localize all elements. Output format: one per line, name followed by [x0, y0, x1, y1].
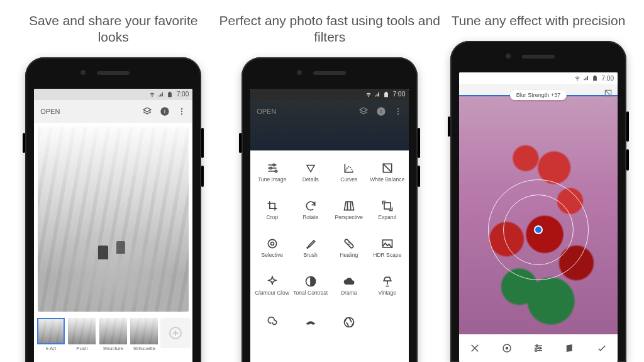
mustache-icon	[304, 316, 317, 329]
svg-rect-15	[384, 203, 391, 209]
layers-icon[interactable]	[142, 106, 152, 116]
svg-point-11	[273, 164, 275, 166]
tool-label: Brush	[304, 252, 318, 258]
tool-rotate[interactable]: Rotate	[291, 192, 330, 229]
open-button[interactable]: OPEN	[257, 108, 276, 115]
adjust-button[interactable]	[530, 339, 547, 357]
status-time: 7:00	[177, 91, 189, 98]
cancel-button[interactable]	[466, 339, 484, 357]
tool-brush[interactable]: Brush	[291, 230, 330, 266]
top-bar: OPEN i	[34, 100, 192, 123]
curves-icon	[343, 162, 355, 174]
info-icon[interactable]: i	[160, 106, 170, 116]
add-look-button[interactable]	[161, 318, 190, 353]
overflow-icon[interactable]	[177, 106, 186, 116]
contrast-icon	[304, 275, 317, 288]
overflow-icon[interactable]	[394, 106, 402, 116]
svg-point-4	[181, 113, 182, 114]
wifi-icon	[365, 91, 372, 98]
panel-tools: Perfect any photo fast using tools and f…	[209, 13, 450, 362]
tool-curves[interactable]: Curves	[330, 154, 368, 191]
tool-label: Selective	[261, 252, 283, 258]
tool-label: Details	[303, 177, 319, 183]
battery-icon	[383, 91, 389, 98]
tool-perspective[interactable]: Perspective	[330, 192, 368, 229]
tool-crop[interactable]: Crop	[253, 192, 291, 229]
tool-healing[interactable]: Healing	[330, 230, 368, 266]
open-button[interactable]: OPEN	[40, 108, 60, 115]
tool-vintage[interactable]: Vintage	[368, 268, 406, 304]
cloud-icon	[343, 275, 355, 288]
edit-toolbar	[459, 334, 618, 362]
tool-white-balance[interactable]: White Balance	[368, 154, 406, 191]
tool-drama[interactable]: Drama	[330, 268, 368, 304]
tool-selective[interactable]: Selective	[253, 230, 291, 266]
tool-hdr-scape[interactable]: HDR Scape	[368, 230, 406, 266]
panel-precision: Tune any effect with precision 7:00 Blur…	[450, 13, 626, 362]
battery-icon	[167, 91, 173, 98]
tool-label: HDR Scape	[373, 252, 401, 258]
invert-button[interactable]	[561, 339, 579, 357]
spiral-icon	[266, 316, 279, 329]
whitebalance-icon	[381, 162, 394, 174]
tool-label: Perspective	[335, 215, 363, 220]
apply-button[interactable]	[593, 339, 611, 357]
tool-extra-1[interactable]	[253, 305, 291, 342]
info-icon[interactable]: i	[376, 106, 386, 116]
svg-point-13	[275, 170, 277, 172]
looks-strip: e Art Push Structure Silhouette	[34, 315, 192, 354]
lamp-icon	[381, 275, 394, 288]
bandage-icon	[343, 237, 355, 250]
svg-point-27	[535, 349, 537, 351]
status-time: 7:00	[393, 91, 405, 98]
expand-icon	[381, 200, 394, 212]
landscape-icon	[381, 237, 394, 250]
main-photo[interactable]	[38, 127, 189, 312]
tool-label: Vintage	[378, 290, 396, 296]
tool-tune-image[interactable]: Tune Image	[253, 154, 291, 191]
caption-3: Tune any effect with precision	[452, 13, 626, 30]
compare-icon[interactable]	[604, 89, 613, 98]
sliders-icon	[266, 162, 279, 174]
tool-label: Tonal Contrast	[293, 290, 328, 296]
svg-point-10	[397, 113, 399, 114]
tool-label: Drama	[341, 290, 357, 296]
look-thumb[interactable]: Silhouette	[130, 318, 159, 353]
look-label: e Art	[46, 346, 56, 351]
tool-expand[interactable]: Expand	[368, 192, 406, 229]
screen-precision: 7:00 Blur Strength +37	[459, 72, 618, 362]
aperture-icon	[343, 316, 355, 329]
bottom-tabs: LOOKS TOOLS EXPORT	[250, 354, 409, 363]
screen-tools: 7:00 OPEN i Tune Image Details Curves	[250, 89, 409, 363]
caption-2: Perfect any photo fast using tools and f…	[209, 13, 450, 46]
signal-icon	[374, 91, 380, 98]
tool-tonal-contrast[interactable]: Tonal Contrast	[291, 268, 330, 304]
rotate-icon	[304, 200, 317, 212]
svg-point-17	[268, 239, 276, 247]
photo-canvas[interactable]	[459, 96, 618, 334]
layers-icon[interactable]	[358, 106, 369, 116]
tool-details[interactable]: Details	[291, 154, 330, 191]
tool-extra-2[interactable]	[291, 305, 330, 342]
focus-point[interactable]	[534, 225, 543, 234]
look-thumb[interactable]: e Art	[36, 318, 65, 353]
phone-1: 7:00 OPEN i e Art Push Structure Silhoue…	[25, 57, 201, 363]
look-thumb[interactable]: Push	[68, 318, 97, 353]
plus-circle-icon	[168, 325, 183, 341]
look-label: Structure	[103, 346, 123, 351]
tool-glamour-glow[interactable]: Glamour Glow	[253, 268, 291, 304]
sparkle-icon	[266, 275, 279, 288]
svg-rect-18	[344, 239, 353, 248]
look-thumb[interactable]: Structure	[99, 318, 128, 353]
svg-point-26	[539, 348, 541, 349]
card-icon	[564, 342, 575, 354]
phone-2: 7:00 OPEN i Tune Image Details Curves	[242, 57, 418, 363]
status-bar: 7:00	[34, 89, 192, 100]
svg-point-24	[506, 348, 508, 349]
perspective-icon	[343, 200, 355, 212]
dimmed-photo-area: OPEN i	[250, 100, 409, 150]
shape-button[interactable]	[498, 339, 516, 357]
tool-extra-3[interactable]	[330, 305, 368, 342]
tool-label: Crop	[267, 215, 278, 220]
wifi-icon	[574, 75, 580, 81]
